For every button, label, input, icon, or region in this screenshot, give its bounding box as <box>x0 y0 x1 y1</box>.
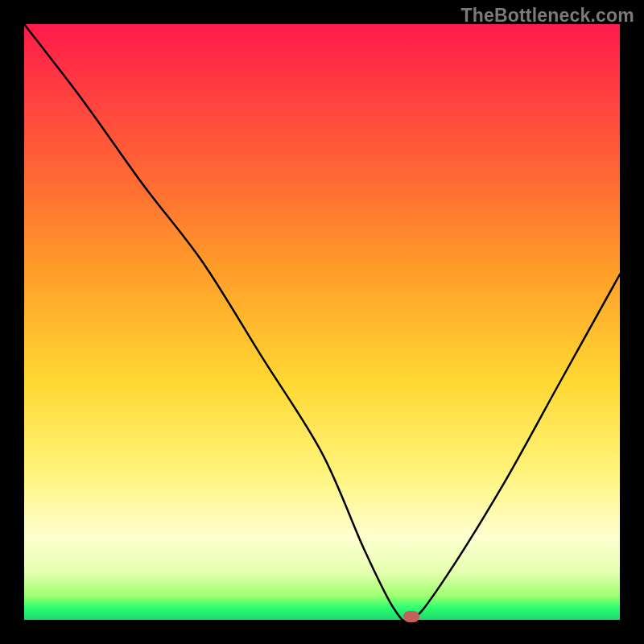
bottleneck-curve <box>24 24 620 620</box>
plot-area <box>24 24 620 620</box>
watermark-text: TheBottleneck.com <box>460 5 634 27</box>
chart-frame: TheBottleneck.com <box>0 0 644 644</box>
optimal-point-marker <box>403 611 419 622</box>
